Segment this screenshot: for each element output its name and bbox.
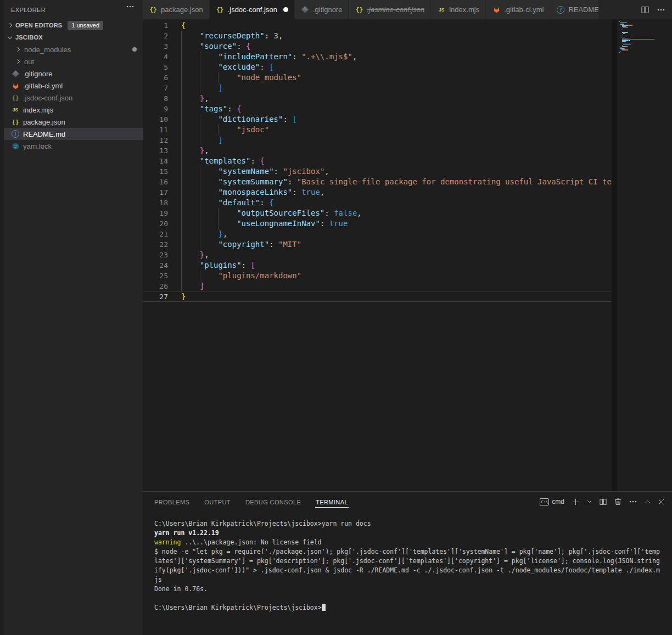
panel-more-actions-button[interactable] xyxy=(629,501,637,503)
terminal-text: js xyxy=(154,576,162,583)
open-editors-section[interactable]: OPEN EDITORS 1 unsaved xyxy=(0,19,143,31)
split-terminal-button[interactable] xyxy=(600,498,607,505)
split-editor-button[interactable] xyxy=(641,6,649,14)
close-panel-button[interactable] xyxy=(658,499,664,505)
code-token: { xyxy=(260,156,264,165)
code-line[interactable]: 24 "plugins": [ xyxy=(143,260,612,271)
code-line[interactable]: 1{ xyxy=(143,20,612,31)
code-token: { xyxy=(181,21,186,30)
file-item-jsdoc-conf-json[interactable]: {}.jsdoc-conf.json xyxy=(0,92,143,104)
panel-tab-output[interactable]: OUTPUT xyxy=(204,496,231,507)
tab-index-mjs[interactable]: JSindex.mjs xyxy=(431,0,486,19)
file-item-README-md[interactable]: iREADME.md xyxy=(0,128,143,140)
tab-gitlab-ci-yml[interactable]: .gitlab-ci.yml xyxy=(486,0,550,19)
code-token: } xyxy=(218,229,222,238)
tab-jasmine-conf-json[interactable]: {}.jasmine-conf.json xyxy=(349,0,431,19)
terminal[interactable]: C:\Users\Brian Kirkpatrick\Projects\jsci… xyxy=(143,512,672,612)
minimap-line xyxy=(619,36,672,36)
gitlab-icon xyxy=(492,5,501,14)
code-line[interactable]: 2 "recurseDepth": 3, xyxy=(143,31,612,41)
code-line[interactable]: 6 "node_modules" xyxy=(143,72,612,83)
bottom-panel: PROBLEMSOUTPUTDEBUG CONSOLETERMINAL C:\ … xyxy=(143,491,672,635)
line-number: 6 xyxy=(143,72,168,83)
code-line[interactable]: 13 }, xyxy=(143,145,612,156)
panel-tab-debug-console[interactable]: DEBUG CONSOLE xyxy=(245,496,301,507)
code-token: } xyxy=(200,94,204,103)
editor-tab-bar: {}package.json{}.jsdoc-conf.json.gitigno… xyxy=(143,0,672,19)
file-item-node-modules[interactable]: node_modules xyxy=(0,43,143,55)
code-token: : xyxy=(227,104,237,113)
indent-guides xyxy=(181,125,237,135)
tab-gitignore[interactable]: .gitignore xyxy=(295,0,349,19)
terminal-text: ..\..\package.json: No license field xyxy=(181,538,321,546)
terminal-text: C:\Users\Brian Kirkpatrick\Projects\jsci… xyxy=(154,604,322,611)
tab-README-md[interactable]: iREADME.md xyxy=(550,0,598,19)
kill-terminal-button[interactable] xyxy=(614,498,621,505)
code-token: "plugins/markdown" xyxy=(218,271,301,280)
minimap-line xyxy=(619,41,672,42)
editor-content[interactable]: 1{2 "recurseDepth": 3,3 "source": {4 "in… xyxy=(143,19,612,491)
code-token: "monospaceLinks" xyxy=(218,188,292,196)
code-line[interactable]: 16 "systemSummary": "Basic single-file p… xyxy=(143,177,612,187)
code-line[interactable]: 11 "jsdoc" xyxy=(143,125,612,135)
code-line[interactable]: 3 "source": { xyxy=(143,41,612,52)
code-line[interactable]: 21 }, xyxy=(143,229,612,239)
panel-tab-terminal[interactable]: TERMINAL xyxy=(315,496,349,508)
code-token: , xyxy=(204,250,209,259)
maximize-panel-button[interactable] xyxy=(645,500,651,504)
code-line[interactable]: 5 "exclude": [ xyxy=(143,62,612,72)
code-line[interactable]: 9 "tags": { xyxy=(143,104,612,114)
code-line[interactable]: 8 }, xyxy=(143,93,612,104)
indent-guides xyxy=(181,145,200,156)
tab-label: index.mjs xyxy=(449,5,479,14)
code-token: : xyxy=(260,63,269,71)
code-line[interactable]: 27} xyxy=(143,291,612,302)
code-token: "exclude" xyxy=(218,63,260,71)
modified-dot-icon[interactable] xyxy=(283,7,288,12)
explorer-more-actions-button[interactable] xyxy=(126,5,134,8)
file-item-yarn-lock[interactable]: yarn.lock xyxy=(0,140,143,152)
terminal-dropdown-button[interactable] xyxy=(587,500,592,503)
code-line[interactable]: 22 "copyright": "MIT" xyxy=(143,239,612,250)
file-item-package-json[interactable]: {}package.json xyxy=(0,116,143,128)
code-token: "includePattern" xyxy=(218,52,292,61)
code-line[interactable]: 17 "monospaceLinks": true, xyxy=(143,187,612,198)
file-item-gitignore[interactable]: .gitignore xyxy=(0,68,143,80)
code-line[interactable]: 25 "plugins/markdown" xyxy=(143,271,612,281)
code-line[interactable]: 14 "templates": { xyxy=(143,156,612,166)
file-item-gitlab-ci-yml[interactable]: .gitlab-ci.yml xyxy=(0,80,143,92)
code-line[interactable]: 10 "dictionaries": [ xyxy=(143,114,612,125)
line-number: 7 xyxy=(143,83,168,93)
code-token: "plugins" xyxy=(200,261,242,269)
tab-label: .gitignore xyxy=(313,5,342,14)
file-item-label: .gitignore xyxy=(23,70,52,78)
editor-scrollbar[interactable] xyxy=(612,19,617,491)
line-number: 23 xyxy=(143,250,168,260)
code-line[interactable]: 4 "includePattern": ".+\\.mjs$", xyxy=(143,52,612,62)
panel-tab-problems[interactable]: PROBLEMS xyxy=(154,496,190,507)
code-token: "templates" xyxy=(200,156,251,165)
code-line[interactable]: 26 ] xyxy=(143,281,612,291)
code-token: , xyxy=(352,52,357,61)
code-line[interactable]: 7 ] xyxy=(143,83,612,93)
code-line[interactable]: 15 "systemName": "jscibox", xyxy=(143,166,612,177)
code-line[interactable]: 20 "useLongnameInNav": true xyxy=(143,218,612,229)
code-line[interactable]: 18 "default": { xyxy=(143,198,612,208)
indent-guides xyxy=(181,156,200,166)
line-number: 3 xyxy=(143,41,168,52)
tab-jsdoc-conf-json[interactable]: {}.jsdoc-conf.json xyxy=(210,0,295,19)
tab-package-json[interactable]: {}package.json xyxy=(143,0,210,19)
terminal-shell-selector[interactable]: C:\ cmd xyxy=(540,498,564,505)
code-line[interactable]: 23 }, xyxy=(143,250,612,260)
code-token: "tags" xyxy=(200,104,228,113)
file-item-index-mjs[interactable]: JSindex.mjs xyxy=(0,104,143,116)
code-line[interactable]: 12 ] xyxy=(143,135,612,145)
new-terminal-button[interactable] xyxy=(572,498,579,505)
root-folder-section[interactable]: JSCIBOX xyxy=(0,31,143,43)
minimap[interactable] xyxy=(617,19,672,491)
diamond-icon xyxy=(11,69,20,78)
minimap-line xyxy=(619,31,672,31)
code-line[interactable]: 19 "outputSourceFiles": false, xyxy=(143,208,612,218)
file-item-out[interactable]: out xyxy=(0,55,143,68)
editor-more-actions-button[interactable] xyxy=(657,9,665,11)
